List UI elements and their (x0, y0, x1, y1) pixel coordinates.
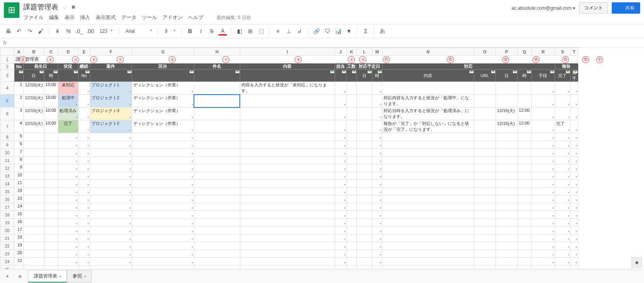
cell[interactable] (356, 219, 372, 227)
dropdown-arrow-icon[interactable]: ▾ (87, 253, 89, 257)
selected-cell[interactable] (194, 95, 240, 107)
filter-toggle-icon[interactable] (40, 70, 44, 73)
cell[interactable] (356, 141, 372, 149)
cell[interactable]: ▾ (78, 141, 90, 149)
cell[interactable] (194, 188, 240, 195)
cell[interactable]: ▾ (335, 211, 346, 219)
cell[interactable] (346, 195, 356, 203)
dropdown-arrow-icon[interactable]: ▾ (87, 128, 89, 132)
cell[interactable]: ▾ (78, 227, 90, 234)
cell[interactable] (382, 180, 474, 188)
dropdown-arrow-icon[interactable]: ▾ (129, 144, 131, 148)
dropdown-arrow-icon[interactable]: ▾ (576, 199, 577, 202)
dropdown-arrow-icon[interactable]: ▾ (87, 160, 89, 163)
cell[interactable] (346, 141, 356, 149)
dropdown-arrow-icon[interactable]: ▾ (344, 90, 346, 93)
dropdown-arrow-icon[interactable]: ▾ (76, 269, 77, 269)
cell[interactable] (356, 250, 372, 258)
bold-icon[interactable]: B (186, 27, 194, 35)
cell[interactable]: ▾ (570, 172, 578, 180)
dropdown-arrow-icon[interactable]: ▾ (87, 269, 89, 269)
dropdown-arrow-icon[interactable]: ▾ (129, 206, 131, 210)
borders-icon[interactable]: ⊞ (246, 27, 255, 35)
cell[interactable] (474, 195, 496, 203)
cell[interactable]: ▾ (372, 156, 382, 164)
cell[interactable] (356, 265, 372, 269)
dropdown-arrow-icon[interactable]: ▾ (576, 136, 577, 140)
dropdown-arrow-icon[interactable]: ▾ (192, 191, 193, 194)
cell[interactable]: ▾ (132, 203, 194, 211)
dropdown-arrow-icon[interactable]: ▾ (87, 167, 89, 171)
cell[interactable] (194, 219, 240, 227)
cell[interactable] (24, 242, 44, 250)
cell-content[interactable] (240, 95, 335, 107)
cell[interactable]: ▾ (555, 188, 570, 195)
cell[interactable]: ▾ (335, 141, 346, 149)
dropdown-arrow-icon[interactable]: ▾ (576, 90, 577, 93)
cell[interactable] (474, 133, 496, 141)
dropdown-arrow-icon[interactable]: ▾ (380, 160, 381, 163)
cell-no[interactable]: 12 (14, 258, 24, 265)
cell[interactable] (356, 120, 372, 133)
cell[interactable] (44, 250, 58, 258)
cell[interactable] (44, 219, 58, 227)
dropdown-arrow-icon[interactable]: ▾ (552, 191, 554, 194)
col-header-K[interactable]: K (346, 48, 356, 56)
dropdown-arrow-icon[interactable]: ▾ (568, 245, 569, 249)
filter-icon[interactable]: ▼ (345, 27, 353, 35)
cell[interactable]: ▾ (372, 195, 382, 203)
cell[interactable]: ▾ (531, 258, 555, 265)
dropdown-arrow-icon[interactable]: ▾ (192, 116, 193, 119)
cell[interactable]: ▾ (335, 156, 346, 164)
cell-project[interactable]: プロジェクト3▾ (90, 107, 132, 120)
cell[interactable]: ▾ (372, 107, 382, 120)
cell[interactable] (517, 258, 531, 265)
sub-hi3[interactable]: 日 (496, 70, 517, 82)
cell[interactable] (517, 250, 531, 258)
cell[interactable]: ▾ (531, 141, 555, 149)
dropdown-arrow-icon[interactable]: ▾ (552, 214, 554, 218)
undo-icon[interactable]: ↶ (15, 27, 23, 35)
cell[interactable]: ▾ (531, 188, 555, 195)
cell[interactable]: ▾ (58, 133, 78, 141)
dropdown-arrow-icon[interactable]: ▾ (192, 144, 193, 148)
cell[interactable] (194, 82, 240, 95)
cell-no[interactable]: 20 (14, 250, 24, 258)
dropdown-arrow-icon[interactable]: ▾ (129, 214, 131, 218)
hdr-jokyo[interactable]: 状況 (58, 63, 78, 70)
dropdown-arrow-icon[interactable]: ▾ (576, 144, 577, 148)
dropdown-arrow-icon[interactable]: ▾ (380, 237, 381, 241)
dropdown-arrow-icon[interactable]: ▾ (380, 152, 381, 155)
cell-no[interactable]: 5 (14, 133, 24, 141)
explore-icon[interactable]: ◆ (632, 257, 642, 267)
tab-dropdown-icon[interactable]: ▾ (59, 275, 61, 278)
cell[interactable]: ▾ (335, 227, 346, 234)
comment-icon[interactable]: 🗨 (323, 27, 332, 35)
cell[interactable]: ▾ (78, 149, 90, 156)
cell[interactable] (356, 211, 372, 219)
sub-blank6[interactable] (240, 70, 335, 82)
dropdown-arrow-icon[interactable]: ▾ (568, 175, 569, 179)
dropdown-arrow-icon[interactable]: ▾ (129, 136, 131, 140)
dropdown-arrow-icon[interactable]: ▾ (568, 222, 569, 225)
cell[interactable]: ▾ (58, 234, 78, 242)
dropdown-arrow-icon[interactable]: ▾ (568, 90, 569, 93)
cell-project[interactable]: プロジェクト2▾ (90, 95, 132, 107)
col-header-I[interactable]: I (240, 48, 335, 56)
cell[interactable] (496, 211, 517, 219)
cell[interactable]: ▾ (78, 188, 90, 195)
cell[interactable]: ▾ (58, 149, 78, 156)
cell[interactable] (474, 120, 496, 133)
cell[interactable]: ▾ (90, 258, 132, 265)
cell[interactable]: ▾ (90, 133, 132, 141)
cell[interactable]: ▾ (132, 180, 194, 188)
cell[interactable] (474, 164, 496, 172)
cell[interactable] (356, 258, 372, 265)
cell[interactable]: ▾ (570, 149, 578, 156)
cell[interactable]: ▾ (78, 250, 90, 258)
cell-kanryo[interactable]: 完了▾ (555, 120, 570, 133)
row-header-1[interactable]: 1 (0, 56, 14, 63)
cell[interactable] (194, 172, 240, 180)
dropdown-arrow-icon[interactable]: ▾ (344, 144, 346, 148)
cell-no[interactable]: 11 (14, 180, 24, 188)
